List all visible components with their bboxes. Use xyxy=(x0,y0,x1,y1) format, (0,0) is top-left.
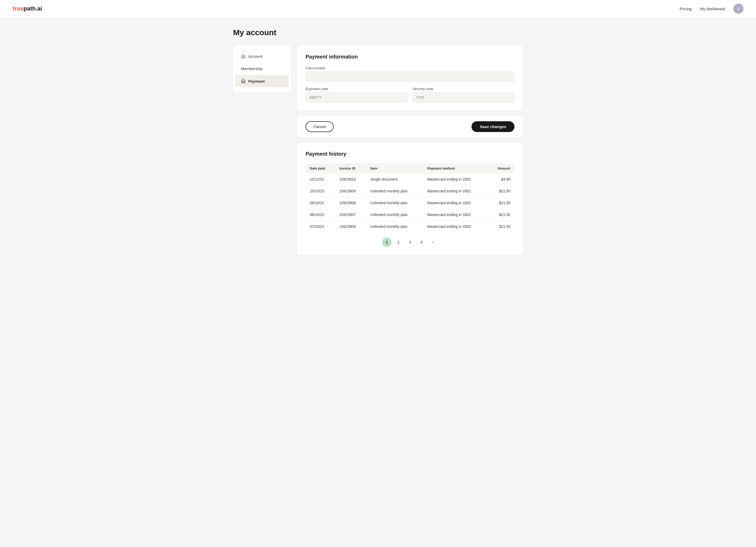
pagination-next[interactable]: › xyxy=(428,238,438,247)
card-number-label: Card number xyxy=(306,66,515,70)
logo-rest: path.ai xyxy=(24,5,42,12)
cell-amount: $21.50 xyxy=(488,185,515,197)
expiry-cvc-row: Expiration date Security code xyxy=(306,87,515,102)
cell-method: Mastercard ending in 3302 xyxy=(423,209,488,221)
cell-item: Unlimited monthly plan xyxy=(366,209,423,221)
cell-amount: $4.90 xyxy=(488,173,515,185)
page-title: My account xyxy=(233,28,523,37)
card-number-input[interactable] xyxy=(306,72,515,82)
page-btn-3[interactable]: 3 xyxy=(405,238,415,247)
layout: Account Membership Payment Payment infor… xyxy=(233,45,523,255)
avatar[interactable]: a xyxy=(733,4,743,14)
logo-true: true xyxy=(13,5,24,12)
cancel-button[interactable]: Cancel xyxy=(306,121,334,132)
cell-item: Unlimited monthly plan xyxy=(366,221,423,233)
navbar: truepath.ai Pricing My dashboard a xyxy=(0,0,756,18)
security-input[interactable] xyxy=(413,92,515,102)
dashboard-link[interactable]: My dashboard xyxy=(700,7,725,11)
cell-amount: $21.50 xyxy=(488,197,515,209)
actions-bar: Cancel Save changes xyxy=(297,116,523,137)
page-btn-4[interactable]: 4 xyxy=(417,238,426,247)
cell-invoice: 10923807 xyxy=(335,209,366,221)
home-icon xyxy=(241,54,246,59)
home-icon-payment xyxy=(241,79,246,83)
page-btn-1[interactable]: 1 xyxy=(382,238,392,247)
cell-date: 07/10/23 xyxy=(306,221,335,233)
card-number-group: Card number xyxy=(306,66,515,82)
col-method: Payment method xyxy=(423,163,488,173)
cell-date: 10/12/23 xyxy=(306,173,335,185)
cell-invoice: 10923809 xyxy=(335,185,366,197)
cell-amount: $21.50 xyxy=(488,221,515,233)
sidebar-item-account[interactable]: Account xyxy=(235,50,289,62)
main-content: Payment information Card number Expirati… xyxy=(297,45,523,255)
save-button[interactable]: Save changes xyxy=(471,121,515,132)
payment-info-card: Payment information Card number Expirati… xyxy=(297,45,523,111)
table-row: 10/10/23 10923809 Unlimited monthly plan… xyxy=(306,185,515,197)
expiration-label: Expiration date xyxy=(306,87,407,91)
expiration-group: Expiration date xyxy=(306,87,407,102)
col-amount: Amount xyxy=(488,163,515,173)
cell-amount: $21.50 xyxy=(488,209,515,221)
security-group: Security code xyxy=(413,87,515,102)
cell-item: Unlimited monthly plan xyxy=(366,185,423,197)
cell-invoice: 10923808 xyxy=(335,197,366,209)
sidebar-account-label: Account xyxy=(248,54,263,59)
col-item: Item xyxy=(366,163,423,173)
payment-history-title: Payment history xyxy=(306,151,515,157)
col-invoice: Invoice ID xyxy=(335,163,366,173)
sidebar-payment-label: Payment xyxy=(248,79,265,83)
payment-history-card: Payment history Date paid Invoice ID Ite… xyxy=(297,143,523,255)
sidebar-membership-label: Membership xyxy=(241,66,263,71)
table-row: 09/10/23 10923808 Unlimited monthly plan… xyxy=(306,197,515,209)
expiration-input[interactable] xyxy=(306,92,407,102)
cell-method: Mastercard ending in 3302 xyxy=(423,173,488,185)
nav-right: Pricing My dashboard a xyxy=(680,4,743,14)
cell-item: Unlimited monthly plan xyxy=(366,197,423,209)
table-row: 10/12/23 10923810 Single document Master… xyxy=(306,173,515,185)
sidebar-item-payment[interactable]: Payment xyxy=(235,75,289,87)
cell-invoice: 10923806 xyxy=(335,221,366,233)
table-row: 08/10/23 10923807 Unlimited monthly plan… xyxy=(306,209,515,221)
payment-history-table: Date paid Invoice ID Item Payment method… xyxy=(306,163,515,232)
sidebar: Account Membership Payment xyxy=(233,45,291,92)
cell-invoice: 10923810 xyxy=(335,173,366,185)
cell-method: Mastercard ending in 3302 xyxy=(423,197,488,209)
sidebar-item-membership[interactable]: Membership xyxy=(235,63,289,75)
cell-method: Mastercard ending in 3302 xyxy=(423,221,488,233)
cell-date: 09/10/23 xyxy=(306,197,335,209)
pagination: 1 2 3 4 › xyxy=(306,238,515,247)
cell-date: 10/10/23 xyxy=(306,185,335,197)
logo[interactable]: truepath.ai xyxy=(13,5,42,12)
cell-item: Single document xyxy=(366,173,423,185)
col-date: Date paid xyxy=(306,163,335,173)
table-header: Date paid Invoice ID Item Payment method… xyxy=(306,163,515,173)
cell-method: Mastercard ending in 3302 xyxy=(423,185,488,197)
cell-date: 08/10/23 xyxy=(306,209,335,221)
page-container: My account Account Membership xyxy=(221,18,535,266)
table-row: 07/10/23 10923806 Unlimited monthly plan… xyxy=(306,221,515,233)
table-body: 10/12/23 10923810 Single document Master… xyxy=(306,173,515,232)
pricing-link[interactable]: Pricing xyxy=(680,7,692,11)
page-btn-2[interactable]: 2 xyxy=(394,238,403,247)
payment-info-title: Payment information xyxy=(306,54,515,60)
security-label: Security code xyxy=(413,87,515,91)
